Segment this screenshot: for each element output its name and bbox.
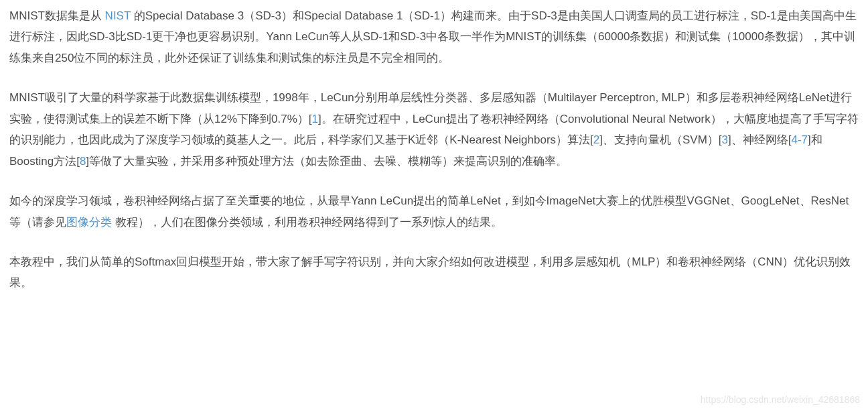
paragraph-3: 如今的深度学习领域，卷积神经网络占据了至关重要的地位，从最早Yann LeCun… bbox=[9, 190, 859, 233]
citation-8[interactable]: 8 bbox=[80, 155, 86, 168]
link-nist[interactable]: NIST bbox=[105, 9, 131, 22]
link-image-classification[interactable]: 图像分类 bbox=[66, 216, 112, 229]
paragraph-1: MNIST数据集是从 NIST 的Special Database 3（SD-3… bbox=[9, 5, 859, 68]
text: 教程），人们在图像分类领域，利用卷积神经网络得到了一系列惊人的结果。 bbox=[112, 216, 502, 229]
text: 的Special Database 3（SD-3）和Special Databa… bbox=[9, 9, 857, 64]
text: ]、支持向量机（SVM）[ bbox=[599, 133, 721, 146]
citation-3[interactable]: 3 bbox=[722, 133, 728, 146]
citation-4-7[interactable]: 4-7 bbox=[792, 133, 808, 146]
paragraph-4: 本教程中，我们从简单的Softmax回归模型开始，带大家了解手写字符识别，并向大… bbox=[9, 251, 859, 294]
text: ]等做了大量实验，并采用多种预处理方法（如去除歪曲、去噪、模糊等）来提高识别的准… bbox=[86, 155, 567, 168]
text: ]、神经网络[ bbox=[728, 133, 791, 146]
text: 本教程中，我们从简单的Softmax回归模型开始，带大家了解手写字符识别，并向大… bbox=[9, 255, 851, 289]
citation-1[interactable]: 1 bbox=[312, 113, 318, 125]
text: MNIST数据集是从 bbox=[9, 9, 105, 22]
paragraph-2: MNIST吸引了大量的科学家基于此数据集训练模型，1998年，LeCun分别用单… bbox=[9, 87, 859, 172]
citation-2[interactable]: 2 bbox=[593, 133, 599, 146]
